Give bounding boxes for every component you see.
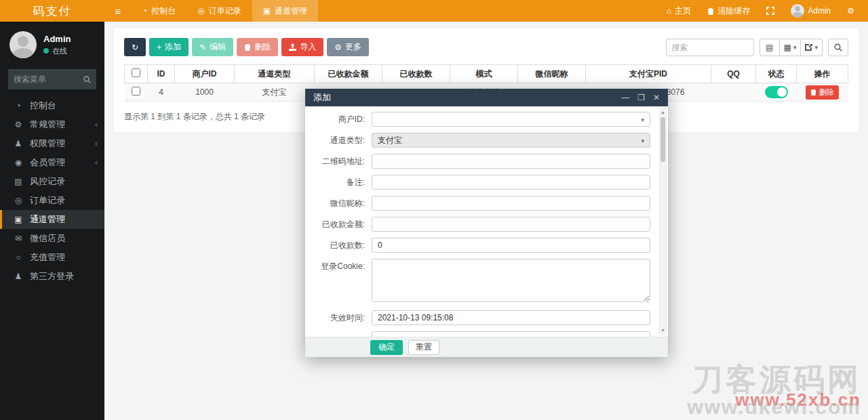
remark-input[interactable] [372,175,650,190]
refresh-button[interactable]: ↻ [124,38,146,56]
avatar[interactable] [9,31,37,58]
field-label-received-amount: 已收款金额: [311,217,372,232]
received-count-input[interactable] [372,238,650,253]
sidebar-item-wechat-clerk[interactable]: ✉ 微信店员 [0,229,104,248]
home-link[interactable]: ⌂ 主页 [660,0,698,22]
cogs-icon: ⚙ [14,120,23,129]
sidebar-item-dashboard[interactable]: ◔ 控制台 [0,96,104,115]
profile-block: Admin 在线 [0,22,104,65]
channel-icon: ▣ [263,6,271,16]
sidebar: Admin 在线 ◔ 控制台 ⚙ 常规管理 ‹ ♟ 权限管理 ‹ ◉ [0,22,104,420]
col-received-amount: 已收款金额 [315,65,382,83]
online-dot [43,48,49,54]
record-icon: ◎ [197,6,204,16]
delete-button[interactable]: 删除 [237,38,278,56]
fullscreen-button[interactable] [760,0,781,22]
gear-icon: ⚙ [334,43,342,52]
sidebar-item-general-management[interactable]: ⚙ 常规管理 ‹ [0,115,104,134]
sidebar-search-input[interactable] [14,75,83,84]
expire-time-input[interactable] [372,310,650,325]
table-toolbar: ↻ +添加 ✎编辑 删除 导入 ⚙更多 ▤ ▦▾ [124,38,848,56]
modal-body: 商户ID: ▾ 通道类型: 支付宝▾ 二维码地址: 备注: 微信昵称: 已收款金… [305,106,668,337]
channel-type-select[interactable]: 支付宝▾ [372,133,650,148]
import-button[interactable]: 导入 [281,38,323,56]
edit-button[interactable]: ✎编辑 [192,38,233,56]
select-all-checkbox[interactable] [132,68,140,77]
tab-dashboard[interactable]: ◔ 控制台 [132,0,186,22]
search-icon [83,76,91,83]
menu-toggle-icon[interactable]: ≡ [104,0,132,22]
circle-icon: ○ [14,253,23,262]
scroll-up-icon[interactable]: ▴ [661,109,664,116]
user-menu[interactable]: Admin [784,0,837,22]
field-label-merchant-id: 商户ID: [311,112,372,127]
record-icon: ◎ [14,196,23,205]
confirm-button[interactable]: 确定 [370,340,403,355]
partial-hidden-input[interactable] [372,331,650,337]
trash-icon [707,7,714,15]
col-status: 状态 [756,65,797,83]
reset-button[interactable]: 重置 [408,340,439,355]
col-alipay-pid: 支付宝PID [586,65,711,83]
settings-button[interactable]: ⚙ [840,0,861,22]
sidebar-item-channel-management[interactable]: ▣ 通道管理 [0,210,104,229]
col-qq: QQ [711,65,756,83]
received-amount-input[interactable] [372,217,650,232]
clear-cache-link[interactable]: 清除缓存 [701,0,757,22]
card-view-icon: ▤ [766,43,773,52]
toolbar-right: ▤ ▦▾ ▾ [666,39,848,56]
more-button[interactable]: ⚙更多 [327,38,369,56]
row-delete-button[interactable]: 删除 [806,85,839,100]
sidebar-item-recharge-management[interactable]: ○ 充值管理 [0,248,104,267]
close-icon[interactable]: ✕ [653,93,660,102]
add-button[interactable]: +添加 [149,38,189,56]
top-navbar: 码支付 ≡ ◔ 控制台 ◎ 订单记录 ▣ 通道管理 ⌂ 主页 清除缓存 [0,0,868,22]
maximize-icon[interactable]: ❐ [637,93,645,102]
status-toggle[interactable] [765,86,788,98]
caret-down-icon: ▾ [641,138,644,144]
columns-icon: ▦ [784,43,791,52]
caret-down-icon: ▾ [814,44,818,51]
col-actions: 操作 [797,65,848,83]
upload-icon [289,43,296,51]
table-search-input[interactable] [666,39,754,56]
modal-scrollbar[interactable]: ▴ ▾ [659,108,667,335]
toggle-view-button[interactable]: ▤ [760,39,780,56]
user-circle-icon: ◉ [14,158,23,167]
user-avatar [791,4,804,18]
merchant-id-select[interactable]: ▾ [372,112,650,127]
sidebar-item-order-records[interactable]: ◎ 订单记录 [0,191,104,210]
scroll-down-icon[interactable]: ▾ [661,327,664,334]
columns-button[interactable]: ▦▾ [780,39,802,56]
modal-header[interactable]: 添加 — ❐ ✕ [305,89,668,106]
col-mode: 模式 [450,65,518,83]
sidebar-item-permission-management[interactable]: ♟ 权限管理 ‹ [0,134,104,153]
cell-qq [711,83,756,102]
plus-icon: + [157,43,161,52]
qrcode-url-input[interactable] [372,154,650,169]
login-cookie-textarea[interactable] [372,259,650,302]
scrollbar-thumb[interactable] [660,117,665,162]
home-icon: ⌂ [667,6,671,16]
sidebar-search[interactable] [8,69,96,89]
sidebar-item-risk-records[interactable]: ▤ 风控记录 [0,172,104,191]
export-button[interactable]: ▾ [801,39,823,56]
wechat-nick-input[interactable] [372,196,650,211]
tab-order-records[interactable]: ◎ 订单记录 [186,0,252,22]
cell-status [756,83,797,102]
minimize-icon[interactable]: — [621,93,629,102]
trash-icon [244,43,251,51]
export-icon [805,43,812,51]
search-button[interactable] [828,39,848,56]
pencil-icon: ✎ [199,43,206,52]
tab-channel-management[interactable]: ▣ 通道管理 [252,0,318,22]
cell-merchant-id: 1000 [175,83,235,102]
chevron-left-icon: ‹ [95,120,98,129]
select-all-cell [125,65,148,83]
field-label-qrcode-url: 二维码地址: [311,154,372,169]
sidebar-item-member-management[interactable]: ◉ 会员管理 ‹ [0,153,104,172]
sidebar-item-third-party-login[interactable]: ♟ 第三方登录 [0,267,104,286]
chevron-left-icon: ‹ [95,158,98,167]
channel-icon: ▣ [14,215,23,224]
row-checkbox[interactable] [132,87,140,96]
